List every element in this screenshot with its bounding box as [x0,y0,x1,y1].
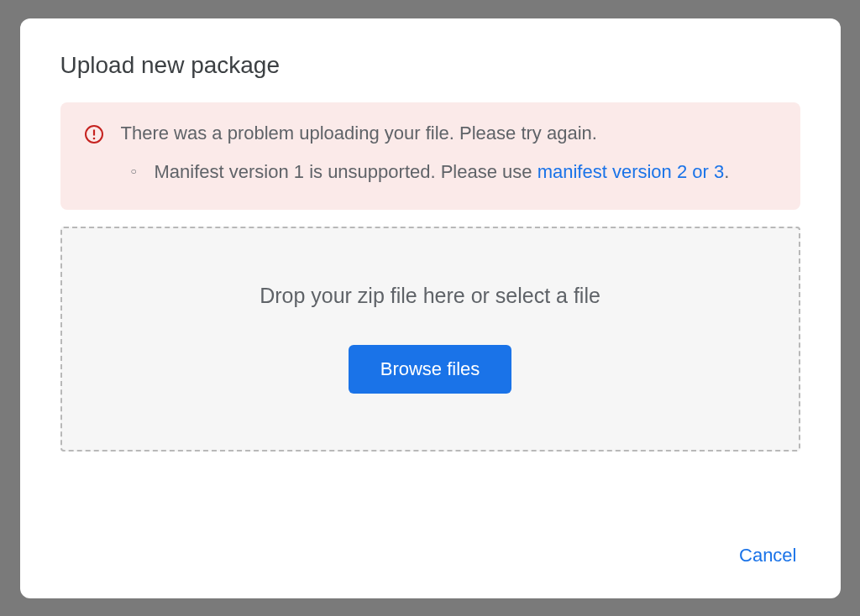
error-content: There was a problem uploading your file.… [121,123,777,186]
upload-package-dialog: Upload new package There was a problem u… [20,18,841,598]
error-detail-suffix: . [724,161,729,182]
file-dropzone[interactable]: Drop your zip file here or select a file… [60,227,800,452]
dialog-actions: Cancel [736,538,800,573]
browse-files-button[interactable]: Browse files [349,345,512,394]
error-alert: There was a problem uploading your file.… [60,102,800,210]
error-title: There was a problem uploading your file.… [121,123,777,144]
dialog-title: Upload new package [60,52,800,79]
svg-point-2 [92,137,95,139]
error-icon [84,123,104,186]
error-detail-list: Manifest version 1 is unsupported. Pleas… [121,158,777,186]
cancel-button[interactable]: Cancel [736,538,800,573]
dropzone-instruction: Drop your zip file here or select a file [260,284,600,308]
error-detail-item: Manifest version 1 is unsupported. Pleas… [134,158,777,186]
manifest-version-link[interactable]: manifest version 2 or 3 [538,161,725,182]
error-detail-prefix: Manifest version 1 is unsupported. Pleas… [155,161,538,182]
